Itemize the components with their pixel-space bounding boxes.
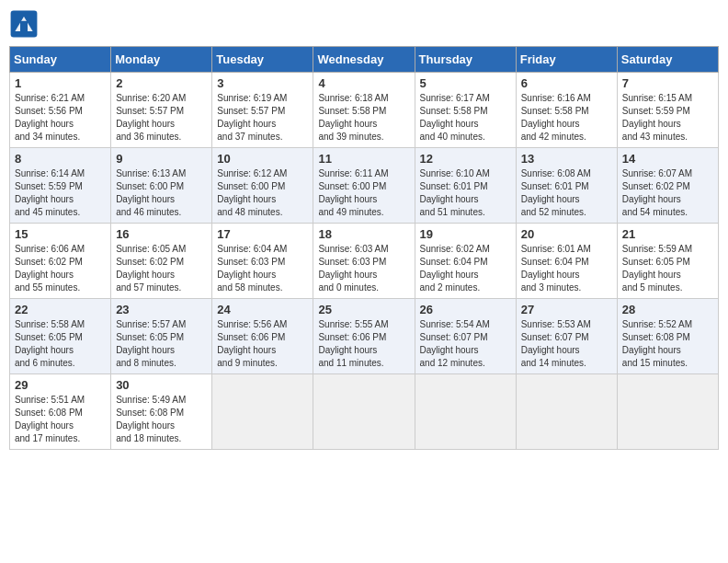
day-number: 2: [116, 76, 207, 90]
day-info: Sunrise: 5:55 AMSunset: 6:06 PMDaylight …: [318, 318, 409, 370]
day-number: 3: [217, 76, 308, 90]
table-cell: [313, 374, 415, 450]
day-info: Sunrise: 6:18 AMSunset: 5:58 PMDaylight …: [318, 92, 409, 144]
table-cell: 27Sunrise: 5:53 AMSunset: 6:07 PMDayligh…: [516, 299, 617, 374]
day-info: Sunrise: 6:17 AMSunset: 5:58 PMDaylight …: [420, 92, 511, 144]
logo-icon: [9, 9, 39, 39]
col-monday: Monday: [111, 47, 212, 73]
day-info: Sunrise: 6:16 AMSunset: 5:58 PMDaylight …: [521, 92, 612, 144]
table-cell: 18Sunrise: 6:03 AMSunset: 6:03 PMDayligh…: [313, 224, 415, 299]
day-number: 24: [217, 303, 308, 316]
day-info: Sunrise: 6:19 AMSunset: 5:57 PMDaylight …: [217, 92, 308, 144]
calendar-header-row: Sunday Monday Tuesday Wednesday Thursday…: [10, 47, 719, 73]
day-info: Sunrise: 6:15 AMSunset: 5:59 PMDaylight …: [622, 92, 713, 144]
table-cell: 8Sunrise: 6:14 AMSunset: 5:59 PMDaylight…: [10, 148, 111, 224]
day-info: Sunrise: 6:20 AMSunset: 5:57 PMDaylight …: [116, 92, 207, 144]
table-cell: 4Sunrise: 6:18 AMSunset: 5:58 PMDaylight…: [313, 73, 415, 148]
day-info: Sunrise: 5:56 AMSunset: 6:06 PMDaylight …: [217, 318, 308, 370]
calendar-week-row: 1Sunrise: 6:21 AMSunset: 5:56 PMDaylight…: [10, 73, 719, 148]
day-info: Sunrise: 6:12 AMSunset: 6:00 PMDaylight …: [217, 167, 308, 219]
day-number: 14: [622, 152, 713, 166]
day-number: 15: [15, 227, 106, 241]
table-cell: 19Sunrise: 6:02 AMSunset: 6:04 PMDayligh…: [415, 224, 516, 299]
day-info: Sunrise: 6:07 AMSunset: 6:02 PMDaylight …: [622, 167, 713, 219]
table-cell: 22Sunrise: 5:58 AMSunset: 6:05 PMDayligh…: [10, 299, 111, 374]
day-number: 17: [217, 227, 308, 241]
day-info: Sunrise: 6:08 AMSunset: 6:01 PMDaylight …: [521, 167, 612, 219]
day-info: Sunrise: 5:49 AMSunset: 6:08 PMDaylight …: [116, 394, 207, 445]
table-cell: 16Sunrise: 6:05 AMSunset: 6:02 PMDayligh…: [111, 224, 212, 299]
table-cell: 26Sunrise: 5:54 AMSunset: 6:07 PMDayligh…: [415, 299, 516, 374]
day-info: Sunrise: 6:01 AMSunset: 6:04 PMDaylight …: [521, 243, 612, 294]
table-cell: 14Sunrise: 6:07 AMSunset: 6:02 PMDayligh…: [617, 148, 718, 224]
table-cell: 24Sunrise: 5:56 AMSunset: 6:06 PMDayligh…: [212, 299, 313, 374]
day-number: 29: [15, 378, 106, 392]
day-info: Sunrise: 6:10 AMSunset: 6:01 PMDaylight …: [420, 167, 511, 219]
calendar-table: Sunday Monday Tuesday Wednesday Thursday…: [9, 46, 719, 450]
day-number: 28: [622, 303, 713, 316]
day-number: 1: [15, 76, 106, 90]
col-tuesday: Tuesday: [212, 47, 313, 73]
day-info: Sunrise: 5:54 AMSunset: 6:07 PMDaylight …: [420, 318, 511, 370]
table-cell: [617, 374, 718, 450]
day-number: 11: [318, 152, 409, 166]
day-number: 8: [15, 152, 106, 166]
day-info: Sunrise: 6:03 AMSunset: 6:03 PMDaylight …: [318, 243, 409, 294]
day-info: Sunrise: 5:52 AMSunset: 6:08 PMDaylight …: [622, 318, 713, 370]
table-cell: 30Sunrise: 5:49 AMSunset: 6:08 PMDayligh…: [111, 374, 212, 450]
table-cell: 23Sunrise: 5:57 AMSunset: 6:05 PMDayligh…: [111, 299, 212, 374]
table-cell: 29Sunrise: 5:51 AMSunset: 6:08 PMDayligh…: [10, 374, 111, 450]
table-cell: 2Sunrise: 6:20 AMSunset: 5:57 PMDaylight…: [111, 73, 212, 148]
day-info: Sunrise: 5:57 AMSunset: 6:05 PMDaylight …: [116, 318, 207, 370]
day-number: 7: [622, 76, 713, 90]
col-wednesday: Wednesday: [313, 47, 415, 73]
table-cell: 6Sunrise: 6:16 AMSunset: 5:58 PMDaylight…: [516, 73, 617, 148]
day-info: Sunrise: 6:11 AMSunset: 6:00 PMDaylight …: [318, 167, 409, 219]
day-info: Sunrise: 6:13 AMSunset: 6:00 PMDaylight …: [116, 167, 207, 219]
col-sunday: Sunday: [10, 47, 111, 73]
table-cell: [415, 374, 516, 450]
day-info: Sunrise: 5:58 AMSunset: 6:05 PMDaylight …: [15, 318, 106, 370]
day-info: Sunrise: 6:02 AMSunset: 6:04 PMDaylight …: [420, 243, 511, 294]
table-cell: 3Sunrise: 6:19 AMSunset: 5:57 PMDaylight…: [212, 73, 313, 148]
day-info: Sunrise: 6:14 AMSunset: 5:59 PMDaylight …: [15, 167, 106, 219]
day-info: Sunrise: 5:59 AMSunset: 6:05 PMDaylight …: [622, 243, 713, 294]
day-info: Sunrise: 6:21 AMSunset: 5:56 PMDaylight …: [15, 92, 106, 144]
day-number: 16: [116, 227, 207, 241]
table-cell: 1Sunrise: 6:21 AMSunset: 5:56 PMDaylight…: [10, 73, 111, 148]
table-cell: 11Sunrise: 6:11 AMSunset: 6:00 PMDayligh…: [313, 148, 415, 224]
day-number: 19: [420, 227, 511, 241]
day-number: 26: [420, 303, 511, 316]
day-number: 23: [116, 303, 207, 316]
day-number: 13: [521, 152, 612, 166]
table-cell: [212, 374, 313, 450]
svg-rect-2: [20, 21, 28, 31]
table-cell: 10Sunrise: 6:12 AMSunset: 6:00 PMDayligh…: [212, 148, 313, 224]
calendar-week-row: 22Sunrise: 5:58 AMSunset: 6:05 PMDayligh…: [10, 299, 719, 374]
table-cell: 17Sunrise: 6:04 AMSunset: 6:03 PMDayligh…: [212, 224, 313, 299]
day-number: 18: [318, 227, 409, 241]
table-cell: 5Sunrise: 6:17 AMSunset: 5:58 PMDaylight…: [415, 73, 516, 148]
table-cell: 7Sunrise: 6:15 AMSunset: 5:59 PMDaylight…: [617, 73, 718, 148]
col-saturday: Saturday: [617, 47, 718, 73]
day-info: Sunrise: 6:05 AMSunset: 6:02 PMDaylight …: [116, 243, 207, 294]
page-header: [9, 9, 719, 39]
day-number: 4: [318, 76, 409, 90]
table-cell: 25Sunrise: 5:55 AMSunset: 6:06 PMDayligh…: [313, 299, 415, 374]
calendar-week-row: 15Sunrise: 6:06 AMSunset: 6:02 PMDayligh…: [10, 224, 719, 299]
logo: [9, 9, 42, 39]
day-info: Sunrise: 6:04 AMSunset: 6:03 PMDaylight …: [217, 243, 308, 294]
calendar-week-row: 8Sunrise: 6:14 AMSunset: 5:59 PMDaylight…: [10, 148, 719, 224]
day-number: 21: [622, 227, 713, 241]
day-number: 22: [15, 303, 106, 316]
day-info: Sunrise: 6:06 AMSunset: 6:02 PMDaylight …: [15, 243, 106, 294]
day-info: Sunrise: 5:53 AMSunset: 6:07 PMDaylight …: [521, 318, 612, 370]
day-number: 20: [521, 227, 612, 241]
table-cell: [516, 374, 617, 450]
day-number: 6: [521, 76, 612, 90]
table-cell: 20Sunrise: 6:01 AMSunset: 6:04 PMDayligh…: [516, 224, 617, 299]
day-number: 25: [318, 303, 409, 316]
col-friday: Friday: [516, 47, 617, 73]
day-info: Sunrise: 5:51 AMSunset: 6:08 PMDaylight …: [15, 394, 106, 445]
calendar-week-row: 29Sunrise: 5:51 AMSunset: 6:08 PMDayligh…: [10, 374, 719, 450]
